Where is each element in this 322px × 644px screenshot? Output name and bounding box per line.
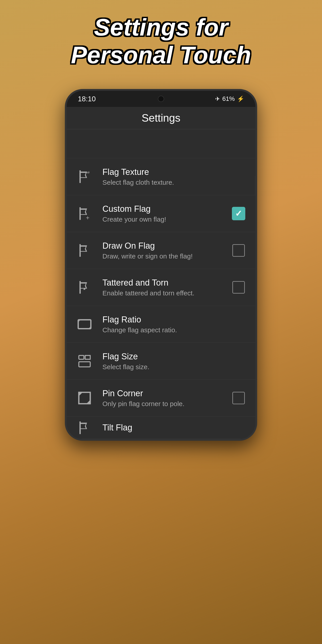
pin-corner-control[interactable] (231, 390, 246, 406)
flag-size-title: Flag Size (102, 352, 246, 361)
flag-size-subtitle: Select flag size. (102, 363, 246, 371)
settings-item-flag-texture[interactable]: Flag Texture Select flag cloth texture. (67, 158, 255, 195)
custom-flag-icon: + (76, 204, 94, 222)
draw-flag-title: Draw On Flag (102, 241, 231, 251)
app-bar: Settings (67, 107, 255, 129)
camera-notch (158, 96, 164, 102)
battery-icon: ⚡ (237, 96, 244, 102)
tattered-text: Tattered and Torn Enable tattered and to… (102, 278, 231, 297)
pin-corner-checkbox[interactable] (232, 392, 245, 404)
battery-text: 61% (222, 95, 235, 102)
flag-size-text: Flag Size Select flag size. (102, 352, 246, 371)
settings-item-custom-flag[interactable]: + Custom Flag Create your own flag! (67, 195, 255, 232)
svg-rect-2 (79, 356, 84, 359)
pin-corner-subtitle: Only pin flag corner to pole. (102, 400, 231, 408)
pin-corner-icon (76, 389, 94, 407)
size-icon (76, 352, 94, 370)
settings-list: Flag Texture Select flag cloth texture. … (67, 158, 255, 439)
flag-texture-title: Flag Texture (102, 167, 246, 177)
status-right: ✈ 61% ⚡ (215, 95, 244, 102)
pin-corner-title: Pin Corner (102, 389, 231, 398)
settings-item-flag-ratio[interactable]: Flag Ratio Change flag aspect ratio. (67, 306, 255, 343)
airplane-icon: ✈ (215, 96, 220, 102)
ratio-icon (76, 315, 94, 333)
svg-rect-1 (78, 320, 91, 329)
flag-ratio-title: Flag Ratio (102, 315, 246, 324)
empty-section (67, 129, 255, 158)
tattered-icon (76, 278, 94, 296)
custom-flag-control[interactable] (231, 206, 246, 222)
settings-item-draw-on-flag[interactable]: Draw On Flag Draw, write or sign on the … (67, 232, 255, 269)
svg-text:+: + (86, 214, 90, 222)
status-bar: 18:10 ✈ 61% ⚡ (67, 91, 255, 107)
tilt-flag-title: Tilt Flag (102, 423, 246, 432)
flag-texture-text: Flag Texture Select flag cloth texture. (102, 167, 246, 186)
draw-flag-icon (76, 242, 94, 260)
side-button (255, 176, 257, 196)
app-bar-title: Settings (142, 112, 180, 124)
flag-ratio-subtitle: Change flag aspect ratio. (102, 326, 246, 334)
custom-flag-checkbox[interactable] (232, 207, 245, 220)
status-time: 18:10 (78, 95, 96, 103)
flag-ratio-text: Flag Ratio Change flag aspect ratio. (102, 315, 246, 334)
draw-flag-subtitle: Draw, write or sign on the flag! (102, 252, 231, 260)
settings-item-tattered[interactable]: Tattered and Torn Enable tattered and to… (67, 269, 255, 306)
draw-flag-text: Draw On Flag Draw, write or sign on the … (102, 241, 231, 260)
custom-flag-subtitle: Create your own flag! (102, 216, 231, 223)
tilt-flag-text: Tilt Flag (102, 423, 246, 432)
phone-frame: 18:10 ✈ 61% ⚡ Settings Flag Texture Sele… (65, 89, 257, 441)
settings-item-pin-corner[interactable]: Pin Corner Only pin flag corner to pole. (67, 380, 255, 416)
page-title: Settings for Personal Touch (53, 14, 269, 69)
tilt-icon (76, 419, 94, 437)
settings-item-tilt-flag[interactable]: Tilt Flag (67, 416, 255, 439)
draw-flag-checkbox[interactable] (232, 244, 245, 257)
custom-flag-title: Custom Flag (102, 204, 231, 214)
svg-rect-3 (79, 362, 90, 367)
tattered-subtitle: Enable tattered and torn effect. (102, 289, 231, 297)
flag-texture-icon (76, 168, 94, 186)
flag-texture-subtitle: Select flag cloth texture. (102, 179, 246, 186)
settings-item-flag-size[interactable]: Flag Size Select flag size. (67, 343, 255, 380)
pin-corner-text: Pin Corner Only pin flag corner to pole. (102, 389, 231, 408)
tattered-checkbox[interactable] (232, 281, 245, 294)
tattered-title: Tattered and Torn (102, 278, 231, 288)
tattered-control[interactable] (231, 280, 246, 295)
draw-flag-control[interactable] (231, 242, 246, 258)
custom-flag-text: Custom Flag Create your own flag! (102, 204, 231, 223)
